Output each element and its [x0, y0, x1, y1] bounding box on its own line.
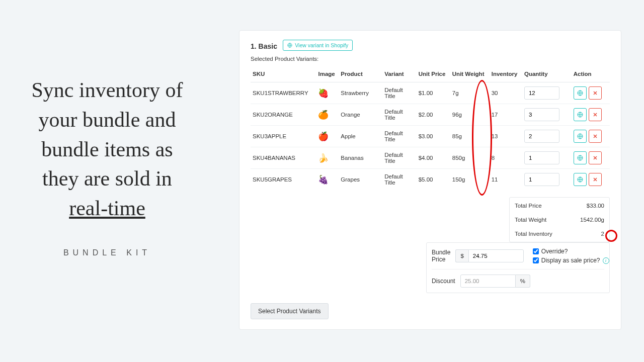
bundle-price-label: Bundle Price: [432, 249, 450, 263]
view-row-button[interactable]: [574, 108, 587, 121]
cell-product: Strawberry: [339, 82, 382, 104]
cell-sku: SKU5GRAPES: [251, 169, 316, 191]
cell-inventory: 8: [490, 147, 522, 169]
cell-unit-price: $5.00: [417, 169, 450, 191]
cell-image: 🍊: [316, 104, 339, 126]
cell-unit-weight: 850g: [450, 147, 490, 169]
cell-inventory: 17: [490, 104, 522, 126]
cell-inventory: 30: [490, 82, 522, 104]
th-quantity: Quantity: [522, 66, 572, 82]
cell-product: Orange: [339, 104, 382, 126]
cell-sku: SKU2ORANGE: [251, 104, 316, 126]
cell-unit-price: $4.00: [417, 147, 450, 169]
th-variant: Variant: [382, 66, 416, 82]
product-icon: 🍇: [318, 175, 329, 185]
remove-row-button[interactable]: [589, 173, 602, 186]
cell-unit-price: $1.00: [417, 82, 450, 104]
th-action: Action: [572, 66, 610, 82]
cell-image: 🍇: [316, 169, 339, 191]
product-icon: 🍎: [318, 132, 329, 141]
table-row: SKU5GRAPES🍇GrapesDefault Title$5.00150g1…: [251, 169, 610, 191]
view-row-button[interactable]: [574, 86, 587, 100]
product-icon: 🍌: [318, 153, 329, 163]
discount-label: Discount: [432, 278, 455, 285]
cell-image: 🍌: [316, 147, 339, 169]
cell-unit-weight: 7g: [450, 82, 490, 104]
bundle-price-input[interactable]: [468, 249, 524, 262]
panel-title: 1. Basic: [251, 42, 277, 50]
table-row: SKU4BANANAS🍌BananasDefault Title$4.00850…: [251, 147, 610, 169]
totals-box: Total Price$33.00 Total Weight1542.00g T…: [509, 197, 610, 242]
view-row-button[interactable]: [574, 173, 587, 186]
cell-sku: SKU4BANANAS: [251, 147, 316, 169]
th-product: Product: [339, 66, 382, 82]
total-price-value: $33.00: [587, 203, 604, 209]
currency-addon: $: [455, 249, 468, 262]
select-product-variants-button[interactable]: Select Product Variants: [251, 303, 329, 319]
product-icon: 🍓: [318, 88, 329, 98]
bundle-panel: 1. Basic View variant in Shopify Selecte…: [239, 30, 621, 330]
override-checkbox[interactable]: Override?: [533, 248, 613, 255]
display-sale-checkbox[interactable]: Display as sale price? i: [533, 257, 613, 264]
percent-addon: %: [516, 275, 530, 288]
cell-variant: Default Title: [382, 82, 416, 104]
cell-unit-weight: 150g: [450, 169, 490, 191]
cell-sku: SKU1STRAWBERRY: [251, 82, 316, 104]
cell-product: Grapes: [339, 169, 382, 191]
quantity-input[interactable]: [524, 151, 559, 164]
brand-name: BUNDLE KIT: [63, 248, 151, 257]
product-icon: 🍊: [318, 110, 329, 120]
th-sku: SKU: [251, 66, 316, 82]
marketing-headline: Sync inventory of your bundle and bundle…: [32, 75, 183, 223]
cell-unit-weight: 85g: [450, 126, 490, 147]
th-image: Image: [316, 66, 339, 82]
cell-product: Apple: [339, 126, 382, 147]
pricing-box: Bundle Price $ Override? Display as sale…: [426, 242, 610, 293]
discount-input[interactable]: [460, 275, 516, 288]
total-inventory-value: 2: [601, 231, 604, 237]
remove-row-button[interactable]: [589, 130, 602, 143]
th-inventory: Inventory: [490, 66, 522, 82]
quantity-input[interactable]: [524, 130, 559, 143]
remove-row-button[interactable]: [589, 151, 602, 164]
table-row: SKU1STRAWBERRY🍓StrawberryDefault Title$1…: [251, 82, 610, 104]
total-weight-value: 1542.00g: [580, 217, 604, 223]
cell-image: 🍎: [316, 126, 339, 147]
cell-unit-price: $3.00: [417, 126, 450, 147]
cell-inventory: 11: [490, 169, 522, 191]
cell-variant: Default Title: [382, 147, 416, 169]
cell-variant: Default Title: [382, 169, 416, 191]
variants-table: SKU Image Product Variant Unit Price Uni…: [251, 66, 610, 190]
cell-sku: SKU3APPLE: [251, 126, 316, 147]
remove-row-button[interactable]: [589, 108, 602, 121]
quantity-input[interactable]: [524, 173, 559, 186]
info-icon[interactable]: i: [603, 257, 609, 264]
table-row: SKU3APPLE🍎AppleDefault Title$3.0085g13: [251, 126, 610, 147]
globe-icon: [287, 43, 292, 48]
cell-unit-weight: 96g: [450, 104, 490, 126]
cell-variant: Default Title: [382, 104, 416, 126]
th-unit-price: Unit Price: [417, 66, 450, 82]
th-unit-weight: Unit Weight: [450, 66, 490, 82]
quantity-input[interactable]: [524, 108, 559, 121]
cell-image: 🍓: [316, 82, 339, 104]
cell-variant: Default Title: [382, 126, 416, 147]
quantity-input[interactable]: [524, 86, 559, 100]
view-variant-button[interactable]: View variant in Shopify: [283, 40, 353, 51]
view-row-button[interactable]: [574, 151, 587, 164]
selected-variants-label: Selected Product Variants:: [251, 56, 610, 62]
cell-product: Bananas: [339, 147, 382, 169]
cell-inventory: 13: [490, 126, 522, 147]
view-row-button[interactable]: [574, 130, 587, 143]
table-row: SKU2ORANGE🍊OrangeDefault Title$2.0096g17: [251, 104, 610, 126]
remove-row-button[interactable]: [589, 86, 602, 100]
cell-unit-price: $2.00: [417, 104, 450, 126]
